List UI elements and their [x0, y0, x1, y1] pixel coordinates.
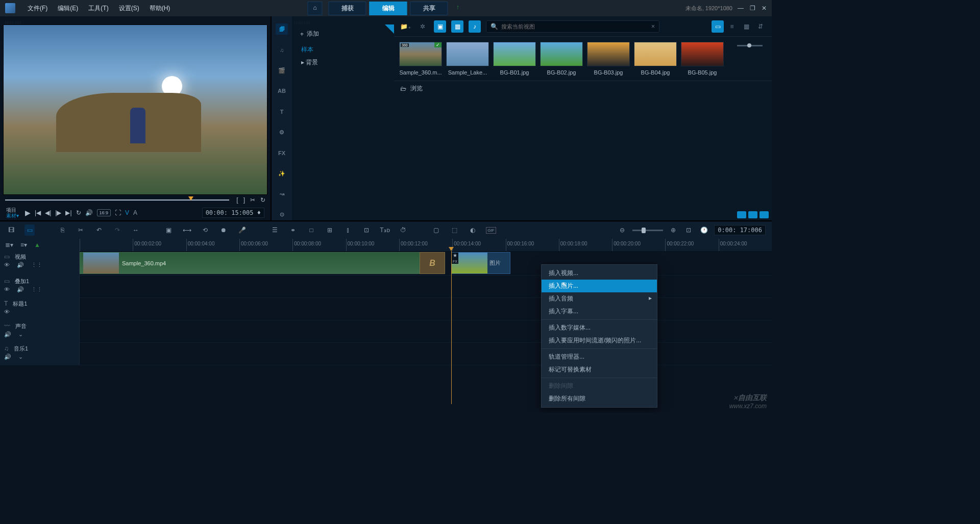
sort-button[interactable]: ⇵	[754, 20, 767, 33]
context-menu-item[interactable]: 插入字幕...	[542, 305, 657, 318]
track-ctrl-button[interactable]: ⌄	[18, 331, 23, 338]
track-ctrl-button[interactable]: 🔊	[17, 286, 24, 293]
zoom-in-button[interactable]: ⊕	[668, 227, 678, 234]
voice-button[interactable]: 🎤	[237, 227, 247, 234]
track-body[interactable]	[80, 298, 772, 320]
context-menu-item[interactable]: 插入照片...	[542, 280, 657, 292]
record-button[interactable]: ⏺	[218, 227, 229, 234]
mask-button[interactable]: ▢	[431, 227, 441, 234]
sidebar-title-icon[interactable]: AB	[276, 85, 288, 96]
track-ctrl-button[interactable]: 🔊	[17, 262, 24, 268]
panel-drag-handle[interactable]: ::::::::::	[3, 20, 267, 24]
step-forward-button[interactable]: |▶	[55, 209, 61, 216]
audio-toggle-button[interactable]: A	[133, 209, 137, 216]
scrub-track[interactable]	[5, 199, 229, 201]
track-body[interactable]	[80, 343, 772, 365]
sidebar-path-icon[interactable]: ↝	[276, 188, 288, 199]
tab-share[interactable]: 共享	[410, 2, 448, 15]
repeat-button[interactable]: ↻	[260, 196, 265, 204]
go-start-button[interactable]: |◀	[35, 209, 41, 216]
view-list-button[interactable]: ≡	[726, 20, 738, 33]
snapshot-button[interactable]: ▣	[163, 227, 174, 234]
loop-button[interactable]: ↻	[76, 209, 81, 216]
chapter-button[interactable]: ☰	[270, 227, 280, 234]
storyboard-view-button[interactable]: 🎞	[6, 227, 16, 234]
maximize-button[interactable]: ❐	[750, 5, 755, 12]
motion-button[interactable]: ⬚	[449, 227, 459, 234]
panel-drag-handle[interactable]: ::::::::::	[292, 20, 394, 24]
library-thumb[interactable]: BG-B05.jpg	[681, 42, 724, 76]
sidebar-tracking-icon[interactable]: ⊙	[276, 209, 288, 220]
home-button[interactable]: ⌂	[307, 2, 322, 15]
step-back-button[interactable]: ◀|	[45, 209, 51, 216]
track-body[interactable]: Sample_360.mp4 B ★FX图片	[80, 251, 772, 275]
context-menu-item[interactable]: 插入要应用时间流逝/频闪的照片...	[542, 334, 657, 347]
3d-button[interactable]: T₃ᴅ	[380, 227, 390, 234]
menu-settings[interactable]: 设置(S)	[114, 2, 144, 15]
thumb-size-slider[interactable]	[737, 45, 763, 46]
settings-icon[interactable]: ✲	[416, 20, 429, 33]
timeline-ruler[interactable]: 00:00:02:0000:00:04:0000:00:06:0000:00:0…	[80, 239, 772, 251]
add-folder-button[interactable]: + 添加	[292, 24, 394, 43]
filter-video-button[interactable]: ▣	[434, 20, 446, 33]
sidebar-audio-icon[interactable]: ♫	[276, 44, 288, 55]
timeline-timecode[interactable]: 0:00: 17:006	[714, 225, 766, 235]
track-ctrl-button[interactable]: 🔊	[4, 354, 11, 360]
context-menu-item[interactable]: 插入数字媒体...	[542, 321, 657, 334]
track-expand-button[interactable]: ▲	[34, 241, 40, 248]
multi-button[interactable]: ⊡	[361, 227, 372, 234]
cut-button[interactable]: ✂	[250, 196, 255, 204]
filter-audio-button[interactable]: ♪	[469, 20, 481, 33]
library-thumb[interactable]: 360✓Sample_360.m...	[399, 42, 442, 76]
sidebar-transition-icon[interactable]: 🎬	[276, 65, 288, 76]
context-menu-item[interactable]: 插入视频...	[542, 267, 657, 280]
sidebar-text-icon[interactable]: T	[276, 106, 288, 117]
panel-layout-2-button[interactable]	[748, 211, 757, 218]
stretch-button[interactable]: ⟷	[182, 227, 192, 234]
library-thumb[interactable]: BG-B02.jpg	[540, 42, 583, 76]
undo-button[interactable]: ↶	[94, 227, 104, 234]
copy-button[interactable]: ⎘	[57, 227, 67, 234]
panel-layout-1-button[interactable]	[737, 211, 746, 218]
gif-button[interactable]: GIF	[486, 227, 496, 234]
color-button[interactable]: ◐	[468, 227, 478, 234]
minimize-button[interactable]: —	[738, 5, 744, 12]
tab-edit[interactable]: 编辑	[370, 2, 407, 15]
context-menu-item[interactable]: 删除所有间隙	[542, 392, 657, 405]
zoom-out-button[interactable]: ⊖	[617, 227, 627, 234]
video-clip[interactable]: Sample_360.mp4	[80, 252, 426, 274]
resize-button[interactable]: ⛶	[115, 209, 121, 216]
fit-button[interactable]: ⊡	[683, 227, 694, 234]
track-menu-2-button[interactable]: ≡▾	[20, 241, 27, 248]
track-ctrl-button[interactable]: ⋮⋮	[31, 286, 42, 293]
preview-source-toggle[interactable]: 项目 素材▾	[6, 207, 19, 218]
play-button[interactable]: ▶	[25, 209, 31, 217]
clear-search-button[interactable]: ×	[651, 23, 655, 30]
search-input[interactable]	[501, 23, 648, 30]
image-clip[interactable]: ★FX图片	[451, 252, 510, 274]
clock-icon[interactable]: 🕐	[699, 227, 709, 234]
context-menu-item[interactable]: 标记可替换素材	[542, 363, 657, 376]
preview-timecode[interactable]: 00:00: 15:005 ♦	[202, 208, 264, 218]
track-ctrl-button[interactable]: 👁	[4, 286, 10, 293]
zoom-slider[interactable]	[632, 230, 663, 231]
track-button[interactable]: ⫿	[343, 227, 353, 234]
sidebar-correction-icon[interactable]: ✨	[276, 168, 288, 179]
preview-viewport[interactable]	[3, 24, 267, 195]
mark-out-button[interactable]: ]	[243, 196, 245, 204]
view-grid-button[interactable]: ▦	[740, 20, 752, 33]
track-ctrl-button[interactable]: ⌄	[18, 354, 23, 360]
track-ctrl-button[interactable]: 👁	[4, 262, 10, 268]
sidebar-fx-icon[interactable]: FX	[276, 147, 288, 158]
subtitle-button[interactable]: □	[306, 227, 316, 234]
reverse-button[interactable]: ⟲	[200, 227, 210, 234]
view-large-button[interactable]: ▭	[712, 20, 724, 33]
scrub-marker-icon[interactable]	[188, 196, 193, 201]
tool-1-button[interactable]: ↔	[131, 227, 141, 234]
redo-button[interactable]: ↷	[112, 227, 122, 234]
tab-capture[interactable]: 捕获	[329, 2, 366, 15]
aspect-ratio-button[interactable]: 16:9	[97, 209, 111, 216]
video-toggle-button[interactable]: V	[125, 209, 129, 216]
filter-image-button[interactable]: ▦	[451, 20, 463, 33]
mark-in-button[interactable]: [	[236, 196, 238, 204]
